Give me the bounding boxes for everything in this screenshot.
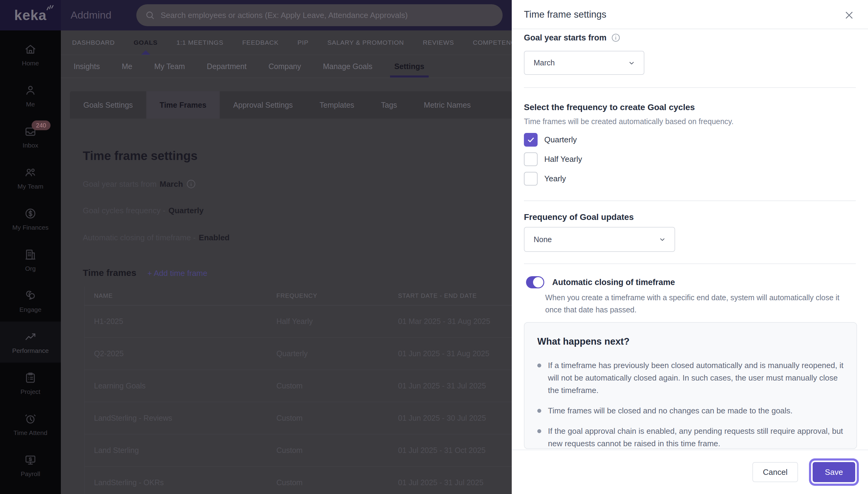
auto-close-row: Automatic closing of timeframe [526, 276, 675, 288]
checkbox-label: Yearly [544, 174, 566, 184]
bullet-text: Time frames will be closed and no change… [548, 404, 793, 417]
summary-label: Goal year starts from [83, 179, 157, 189]
tab-salary-promotion[interactable]: SALARY & PROMOTION [318, 31, 413, 55]
tab-metric-names[interactable]: Metric Names [411, 91, 484, 119]
sidebar-item-engage[interactable]: Engage [0, 281, 61, 322]
table-row[interactable]: LandSterling - Reviews Custom 01 Jun 202… [84, 402, 512, 434]
sidebar-item-my-team[interactable]: My Team [0, 157, 61, 198]
bullet-item: If the goal approval chain is enabled, a… [537, 425, 844, 450]
bullet-item: If a timeframe has previously been close… [537, 359, 844, 397]
info-icon[interactable] [186, 179, 196, 189]
toggle-knob [533, 277, 543, 287]
tab-goals-settings[interactable]: Goals Settings [70, 91, 146, 119]
timeframes-table: NAME FREQUENCY START DATE - END DATE H1-… [84, 287, 512, 494]
cell-name: H1-2025 [84, 317, 267, 326]
tab-insights[interactable]: Insights [63, 55, 111, 78]
cancel-button[interactable]: Cancel [752, 462, 798, 482]
tab-approval-settings[interactable]: Approval Settings [220, 91, 306, 119]
inbox-count-badge: 240 [32, 120, 51, 130]
sidebar-item-label: Project [20, 388, 40, 396]
tab-1-1-meetings[interactable]: 1:1 MEETINGS [167, 31, 233, 55]
sidebar-item-label: Time Attend [13, 429, 47, 437]
summary-auto-close: Automatic closing of timeframe - Enabled [83, 233, 230, 243]
sidebar-item-org[interactable]: Org [0, 240, 61, 281]
tab-company[interactable]: Company [258, 55, 312, 78]
tab-me[interactable]: Me [111, 55, 143, 78]
table-row[interactable]: Land Sterling Custom 01 Jul 2025 - 31 Oc… [84, 434, 512, 467]
panel-title: Time frame settings [524, 9, 606, 20]
tab-department[interactable]: Department [196, 55, 258, 78]
tab-time-frames[interactable]: Time Frames [146, 91, 220, 119]
tab-manage-goals[interactable]: Manage Goals [312, 55, 383, 78]
cell-dates: 01 Jul 2025 - 31 Jul 2025 [389, 478, 512, 487]
goal-updates-select[interactable]: None [524, 227, 675, 252]
column-header-dates: START DATE - END DATE [389, 292, 512, 299]
clipboard-icon [24, 371, 37, 384]
sidebar-item-label: Home [22, 60, 39, 67]
sidebar-item-me[interactable]: Me [0, 75, 61, 116]
building-icon [24, 248, 37, 261]
sidebar-item-inbox[interactable]: 240 Inbox [0, 116, 61, 157]
cell-name: Q2-2025 [84, 349, 267, 358]
sidebar-item-time-attend[interactable]: Time Attend [0, 404, 61, 445]
cell-dates: 01 Jul 2025 - 31 Oct 2025 [389, 446, 512, 455]
summary-value: Quarterly [169, 206, 204, 215]
cell-name: LandSterling - OKRs [84, 478, 267, 487]
sidebar-item-home[interactable]: Home [0, 34, 61, 75]
checkbox-half-yearly[interactable]: Half Yearly [524, 152, 582, 166]
tab-pip[interactable]: PIP [288, 31, 318, 55]
sidebar-item-performance[interactable]: Performance [0, 322, 61, 363]
bullet-dot [537, 429, 541, 433]
person-icon [24, 84, 37, 97]
bullet-text: If a timeframe has previously been close… [548, 359, 844, 397]
tab-goals[interactable]: GOALS [124, 31, 167, 55]
sidebar-item-project[interactable]: Project [0, 363, 61, 404]
table-row[interactable]: LandSterling - OKRs Custom 01 Jul 2025 -… [84, 467, 512, 494]
global-search[interactable] [136, 4, 503, 26]
sidebar-item-label: My Finances [12, 224, 49, 231]
alarm-clock-icon [24, 412, 37, 425]
checkbox-checked-icon [524, 133, 537, 147]
info-icon[interactable] [611, 33, 621, 43]
what-happens-next-box: What happens next? If a timeframe has pr… [524, 322, 857, 449]
checkbox-quarterly[interactable]: Quarterly [524, 133, 577, 147]
cell-frequency: Custom [267, 478, 389, 487]
sidebar-item-label: Org [25, 265, 36, 272]
column-header-name: NAME [84, 292, 267, 299]
auto-close-toggle[interactable] [526, 276, 544, 288]
table-row[interactable]: Q2-2025 Quarterly 01 Jun 2025 - 31 Aug 2… [84, 338, 512, 370]
page-title: Time frame settings [83, 149, 197, 163]
tab-reviews[interactable]: REVIEWS [413, 31, 464, 55]
add-time-frame-link[interactable]: + Add time frame [147, 269, 207, 278]
tab-settings[interactable]: Settings [383, 55, 435, 78]
timeframe-settings-panel: Time frame settings Goal year starts fro… [512, 0, 868, 494]
close-icon[interactable] [843, 9, 855, 21]
checkbox-yearly[interactable]: Yearly [524, 172, 566, 186]
summary-label: Goal cycles frequency - [83, 206, 166, 215]
table-row[interactable]: Learning Goals Custom 01 Jun 2025 - 31 J… [84, 370, 512, 402]
chevron-down-icon [658, 235, 666, 244]
cell-dates: 01 Jun 2025 - 30 Jul 2025 [389, 414, 512, 422]
tab-feedback[interactable]: FEEDBACK [233, 31, 288, 55]
divider [524, 201, 856, 201]
cell-dates: 01 Mar 2025 - 31 Aug 2025 [389, 317, 512, 326]
search-input[interactable] [161, 11, 494, 20]
table-row[interactable]: H1-2025 Half Yearly 01 Mar 2025 - 31 Aug… [84, 305, 512, 338]
tab-my-team[interactable]: My Team [143, 55, 196, 78]
keka-logo-text: keka [14, 7, 46, 23]
company-name: Addmind [71, 9, 111, 21]
sidebar-item-payroll[interactable]: Payroll [0, 445, 61, 486]
auto-close-label: Automatic closing of timeframe [552, 278, 675, 287]
goal-year-label-text: Goal year starts from [524, 33, 607, 43]
cell-dates: 01 Jun 2025 - 31 Jul 2025 [389, 381, 512, 390]
goal-year-select[interactable]: March [524, 51, 644, 75]
tab-templates[interactable]: Templates [306, 91, 367, 119]
cell-frequency: Custom [267, 414, 389, 422]
tab-tags[interactable]: Tags [367, 91, 411, 119]
tab-dashboard[interactable]: DASHBOARD [63, 31, 124, 55]
chat-icon [24, 289, 37, 302]
cell-frequency: Quarterly [267, 349, 389, 358]
sidebar-item-my-finances[interactable]: My Finances [0, 198, 61, 240]
save-button[interactable]: Save [813, 462, 855, 482]
goal-updates-label: Frequency of Goal updates [524, 212, 634, 222]
